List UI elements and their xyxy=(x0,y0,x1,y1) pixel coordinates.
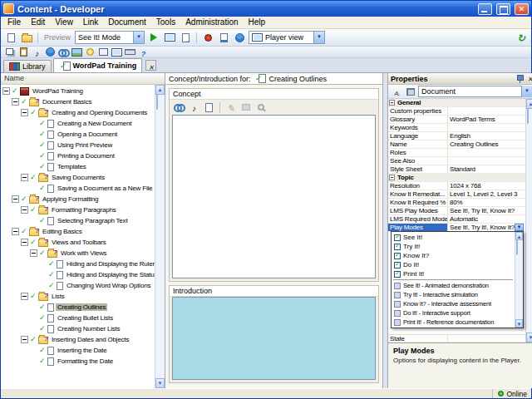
collapse-toggle-icon[interactable] xyxy=(2,87,10,95)
tree-scrollbar[interactable] xyxy=(155,85,165,388)
tree-item-lists[interactable]: Lists xyxy=(1,291,155,302)
tab-close-button[interactable] xyxy=(145,60,156,71)
introduction-editor[interactable] xyxy=(172,297,376,380)
frame-icon[interactable] xyxy=(97,47,110,57)
tree-item-selecting-paragraph-text[interactable]: Selecting Paragraph Text xyxy=(1,215,155,226)
properties-scrollbar[interactable] xyxy=(525,99,532,342)
stamp-icon[interactable] xyxy=(239,101,253,114)
checkbox[interactable] xyxy=(394,253,401,259)
tree-item-inserting-the-date[interactable]: Inserting the Date xyxy=(1,345,155,356)
collapse-toggle-icon[interactable] xyxy=(389,175,395,180)
tree-item-work-with-views[interactable]: Work with Views xyxy=(1,248,155,259)
tree-item-creating-a-new-document[interactable]: Creating a New Document xyxy=(1,118,155,129)
tree-item-saving-a-document-as-a-new-file[interactable]: Saving a Document as a New File xyxy=(1,183,155,194)
tree-item-document-basics[interactable]: Document Basics xyxy=(1,96,155,107)
record-icon[interactable] xyxy=(200,31,215,45)
collapse-toggle-icon[interactable] xyxy=(12,195,19,203)
zoom-icon[interactable] xyxy=(254,101,268,114)
tree-item-formatting-the-date[interactable]: Formatting the Date xyxy=(1,356,155,367)
web-icon[interactable] xyxy=(44,47,57,57)
tree-item-changing-word-wrap-options[interactable]: Changing Word Wrap Options xyxy=(1,280,155,291)
scroll-track[interactable] xyxy=(155,95,165,378)
property-row-state[interactable]: State xyxy=(388,334,525,342)
checkbox[interactable] xyxy=(394,244,401,250)
property-row-glossary[interactable]: GlossaryWordPad Terms xyxy=(388,116,525,124)
categorize-icon[interactable] xyxy=(404,86,416,97)
tree-column-header[interactable]: Name xyxy=(1,73,165,85)
keyboard-icon[interactable] xyxy=(124,47,136,57)
minimize-button[interactable] xyxy=(478,3,492,15)
option-see-it[interactable]: See It! xyxy=(392,233,515,242)
property-row-language[interactable]: LanguageEnglish xyxy=(388,132,525,140)
menu-link[interactable]: Link xyxy=(78,17,103,28)
play-icon[interactable] xyxy=(146,31,161,45)
chevron-down-icon[interactable] xyxy=(313,32,324,43)
scroll-down-icon[interactable] xyxy=(515,319,523,328)
bulb-icon[interactable] xyxy=(84,47,96,57)
scroll-up-icon[interactable] xyxy=(515,232,523,240)
link-icon[interactable] xyxy=(172,101,186,114)
scroll-down-icon[interactable] xyxy=(155,378,165,388)
property-row-lms-play-modes[interactable]: LMS Play ModesSee It!, Try It!, Know It? xyxy=(388,207,525,215)
paste-icon[interactable] xyxy=(17,47,30,57)
menu-file[interactable]: File xyxy=(2,17,26,28)
scroll-track[interactable] xyxy=(526,109,532,332)
close-button[interactable] xyxy=(515,3,529,15)
tree-item-creating-number-lists[interactable]: Creating Number Lists xyxy=(1,323,155,334)
refresh-icon[interactable] xyxy=(514,31,529,45)
chevron-down-icon[interactable] xyxy=(133,32,144,43)
tree-item-wordpad-training[interactable]: WordPad Training xyxy=(1,86,155,96)
tree-item-creating-outlines[interactable]: Creating Outlines xyxy=(1,302,155,313)
mode-select[interactable]: See It! Mode xyxy=(75,31,145,44)
collapse-toggle-icon[interactable] xyxy=(12,98,19,106)
help-icon[interactable] xyxy=(137,47,150,57)
collapse-toggle-icon[interactable] xyxy=(12,228,19,235)
tree-item-templates[interactable]: Templates xyxy=(1,161,155,172)
close-icon[interactable] xyxy=(527,75,532,83)
tree-item-editing-basics[interactable]: Editing Basics xyxy=(1,226,155,237)
tree-item-hiding-and-displaying-the-ruler[interactable]: Hiding and Displaying the Ruler xyxy=(1,259,155,269)
new-document-icon[interactable] xyxy=(3,31,18,45)
tree-item-inserting-dates-and-objects[interactable]: Inserting Dates and Objects xyxy=(1,334,155,345)
tree-item-formatting-paragraphs[interactable]: Formatting Paragraphs xyxy=(1,204,155,215)
property-row-resolution[interactable]: Resolution1024 x 768 xyxy=(388,182,525,190)
document-link-icon[interactable] xyxy=(216,31,231,45)
checkbox[interactable] xyxy=(394,234,401,241)
property-row-name[interactable]: NameCreating Outlines xyxy=(388,140,525,149)
dropdown-arrow-icon[interactable] xyxy=(515,224,524,231)
tree-item-hiding-and-displaying-the-status-bar[interactable]: Hiding and Displaying the Status Bar xyxy=(1,269,155,280)
tree-item-using-print-preview[interactable]: Using Print Preview xyxy=(1,140,155,150)
checkbox[interactable] xyxy=(394,271,401,278)
tab-library[interactable]: Library xyxy=(3,60,52,72)
cascade-windows-icon[interactable] xyxy=(4,47,17,57)
collapse-toggle-icon[interactable] xyxy=(21,336,28,343)
link-icon[interactable] xyxy=(57,47,70,57)
tree-item-opening-a-document[interactable]: Opening a Document xyxy=(1,129,155,140)
tree-item-printing-a-document[interactable]: Printing a Document xyxy=(1,150,155,161)
tree-item-saving-documents[interactable]: Saving Documents xyxy=(1,172,155,183)
sound-icon[interactable] xyxy=(31,47,43,57)
web-icon[interactable] xyxy=(232,31,247,45)
concept-editor[interactable] xyxy=(172,115,376,278)
property-row-roles[interactable]: Roles xyxy=(388,149,525,157)
property-row-know-it-required[interactable]: Know It Required %80% xyxy=(388,199,525,207)
menu-view[interactable]: View xyxy=(50,17,78,28)
menu-document[interactable]: Document xyxy=(103,17,151,28)
document-icon[interactable] xyxy=(202,101,216,114)
tree-item-applying-formatting[interactable]: Applying Formatting xyxy=(1,194,155,204)
collapse-toggle-icon[interactable] xyxy=(21,293,28,300)
collapse-toggle-icon[interactable] xyxy=(21,206,28,214)
player-view-select[interactable]: Player view xyxy=(249,31,325,44)
monitor-icon[interactable] xyxy=(111,47,123,57)
checkbox[interactable] xyxy=(394,262,401,268)
menu-administration[interactable]: Administration xyxy=(180,17,243,28)
image-icon[interactable] xyxy=(71,47,83,57)
tree-item-creating-bullet-lists[interactable]: Creating Bullet Lists xyxy=(1,313,155,323)
preview-player-icon[interactable] xyxy=(162,31,177,45)
scroll-thumb[interactable] xyxy=(516,239,518,255)
maximize-button[interactable] xyxy=(496,3,510,15)
scroll-down-icon[interactable] xyxy=(526,332,532,342)
collapse-toggle-icon[interactable] xyxy=(30,249,37,257)
property-row-custom-properties[interactable]: Custom properties xyxy=(388,107,525,116)
dropdown-scrollbar[interactable] xyxy=(515,232,523,328)
